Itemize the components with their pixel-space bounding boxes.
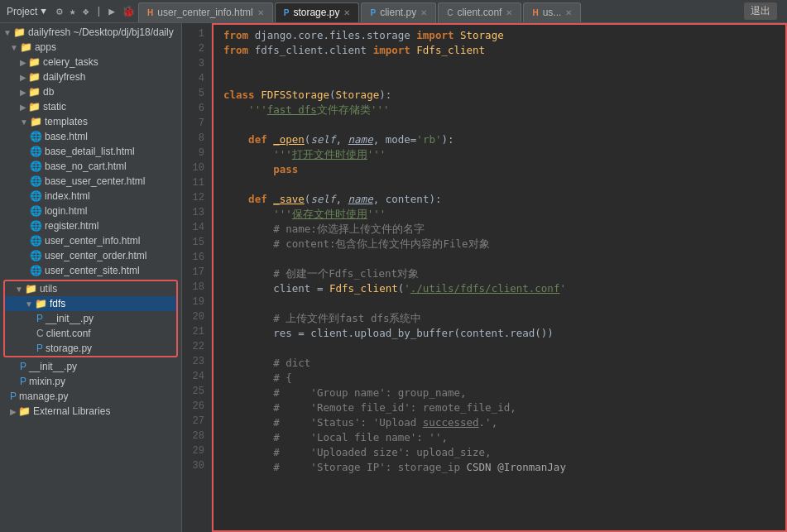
item-label: apps [35,41,56,53]
tree-item-index[interactable]: 🌐 index.html [0,189,181,204]
code-line-17: # 创建一个Fdfs_client对象 [223,266,785,281]
code-line-15: # content:包含你上传文件内容的File对象 [223,237,785,252]
code-line-30: # 'Storage IP': storage_ip CSDN @Ironman… [223,460,785,475]
item-label: base.html [45,131,88,142]
tree-item-templates[interactable]: ▼ 📁 templates [0,114,181,129]
tab-storage-py[interactable]: P storage.py ✕ [275,2,360,22]
tree-item-base-detail[interactable]: 🌐 base_detail_list.html [0,144,181,159]
project-dropdown-icon[interactable]: ▼ [41,7,46,17]
item-label: user_center_site.html [45,265,140,276]
code-line-4 [223,73,785,88]
arrow-icon: ▶ [20,73,26,82]
code-line-9: '''打开文件时使用''' [223,147,785,162]
root-node[interactable]: ▼ 📁 dailyfresh ~/Desktop/dj/bj18/daily [0,25,181,40]
tab-close-icon[interactable]: ✕ [343,8,350,17]
code-line-6: '''fast dfs文件存储类''' [223,103,785,117]
tree-item-fdfs[interactable]: ▼ 📁 fdfs [5,296,176,311]
code-line-24: # { [223,371,785,386]
folder-icon: 📁 [20,41,32,53]
tree-item-db[interactable]: ▶ 📁 db [0,84,181,99]
tab-close-icon[interactable]: ✕ [257,8,264,17]
arrow-icon: ▶ [20,103,26,112]
folder-icon: 📁 [30,116,42,127]
code-line-1: from django.core.files.storage import St… [223,28,785,43]
tree-item-user-center-info[interactable]: 🌐 user_center_info.html [0,233,181,248]
html-icon: H [147,8,153,17]
item-label: base_no_cart.html [45,161,127,172]
item-label: user_center_order.html [45,250,146,261]
tab-user-extra[interactable]: H us... ✕ [523,2,581,22]
tree-item-dailyfresh[interactable]: ▶ 📁 dailyfresh [0,69,181,84]
code-editor[interactable]: 12345 678910 1112131415 1617181920 21222… [182,23,787,532]
py-file-icon: P [10,391,17,402]
code-line-23: # dict [223,356,785,371]
html-file-icon: 🌐 [30,220,42,232]
arrow-icon: ▶ [20,58,26,67]
toolbar-icons: ⚙ ★ ❖ | ▶ 🐞 [56,5,135,18]
code-line-26: # 'Remote file_id': remote_file_id, [223,400,785,415]
item-label: manage.py [19,391,68,402]
folder-icon: 📁 [28,101,41,113]
code-line-12: def _save(self, name, content): [223,192,785,207]
item-label: fdfs [50,298,65,309]
tree-item-external-libs[interactable]: ▶ 📁 External Libraries [0,404,181,419]
tree-item-manage[interactable]: P manage.py [0,389,181,404]
tab-close-icon[interactable]: ✕ [420,8,427,17]
run-icon[interactable]: ▶ [108,5,115,18]
folder-icon: 📁 [35,298,47,309]
html-file-icon: 🌐 [30,250,42,261]
tab-label: us... [543,7,562,18]
tree-item-base-user-center[interactable]: 🌐 base_user_center.html [0,174,181,189]
tree-item-client-conf[interactable]: C client.conf [5,326,176,341]
arrow-icon: ▼ [20,117,28,127]
code-line-5: class FDFSStorage(Storage): [223,88,785,103]
tree-item-base-html[interactable]: 🌐 base.html [0,129,181,144]
item-label: login.html [45,205,87,217]
tree-item-register[interactable]: 🌐 register.html [0,218,181,233]
project-section: Project ▼ ⚙ ★ ❖ | ▶ 🐞 [7,5,135,18]
py-file-icon: P [20,376,26,387]
tree-item-utils[interactable]: ▼ 📁 utils [5,281,176,296]
tree-item-user-center-site[interactable]: 🌐 user_center_site.html [0,263,181,278]
tree-item-static[interactable]: ▶ 📁 static [0,99,181,114]
bookmark-icon[interactable]: ★ [70,5,76,18]
folder-icon: 📁 [28,86,41,98]
code-line-20: # 上传文件到fast dfs系统中 [223,311,785,326]
structure-icon[interactable]: ❖ [83,5,89,18]
tab-client-py[interactable]: P client.py ✕ [361,2,436,22]
tab-label: storage.py [293,7,339,18]
code-line-7 [223,117,785,132]
arrow-icon: ▼ [25,300,33,309]
exit-button[interactable]: 退出 [744,2,777,20]
item-label: db [43,86,54,98]
html-file-icon: 🌐 [30,205,42,217]
tree-item-mixin[interactable]: P mixin.py [0,374,181,389]
tree-item-user-center-order[interactable]: 🌐 user_center_order.html [0,248,181,263]
html-file-icon: 🌐 [30,235,42,247]
tab-client-conf[interactable]: C client.conf ✕ [438,2,521,22]
tab-close-icon[interactable]: ✕ [506,8,512,17]
settings-icon[interactable]: ⚙ [56,5,63,18]
code-area[interactable]: from django.core.files.storage import St… [212,23,787,532]
tab-close-icon[interactable]: ✕ [565,8,572,17]
item-label: __init__.py [29,361,77,372]
tree-item-login[interactable]: 🌐 login.html [0,204,181,218]
item-label: base_detail_list.html [45,146,135,157]
tree-item-apps[interactable]: ▼ 📁 apps [0,40,181,55]
code-line-14: # name:你选择上传文件的名字 [223,222,785,237]
tree-item-base-no-cart[interactable]: 🌐 base_no_cart.html [0,159,181,174]
html-file-icon: 🌐 [30,190,42,202]
arrow-icon: ▼ [3,28,12,37]
tab-user-center-info[interactable]: H user_center_info.html ✕ [138,2,273,22]
py-file-icon: P [36,343,43,354]
arrow-icon: ▶ [20,88,26,97]
item-label: celery_tasks [43,56,98,68]
debug-icon[interactable]: 🐞 [122,5,135,18]
item-label: static [43,101,66,113]
tree-item-init-py-fdfs[interactable]: P __init__.py [5,311,176,326]
tree-item-storage-py[interactable]: P storage.py [5,341,176,356]
tree-item-init-py-utils[interactable]: P __init__.py [0,359,181,374]
utils-highlight-box: ▼ 📁 utils ▼ 📁 fdfs P __init__.py C clien… [3,280,178,357]
py-file-icon: P [36,313,43,324]
tree-item-celery[interactable]: ▶ 📁 celery_tasks [0,55,181,69]
